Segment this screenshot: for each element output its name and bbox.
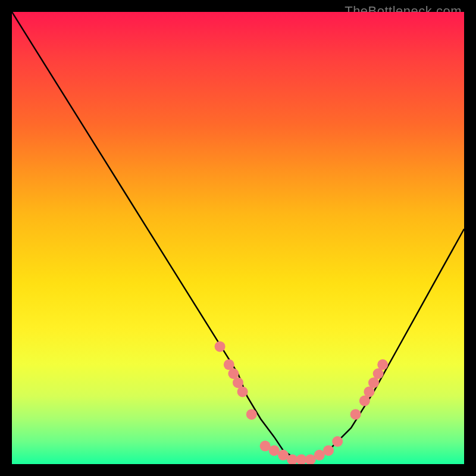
data-dot <box>323 445 334 456</box>
data-dot <box>237 386 248 397</box>
data-dot <box>377 359 388 370</box>
curve-layer <box>12 12 464 464</box>
data-dots <box>215 341 389 464</box>
data-dot <box>246 409 257 419</box>
chart-frame: TheBottleneck.com <box>0 0 476 476</box>
data-dot <box>350 409 361 419</box>
data-dot <box>332 436 343 447</box>
data-dot <box>215 341 226 352</box>
plot-area <box>12 12 464 464</box>
